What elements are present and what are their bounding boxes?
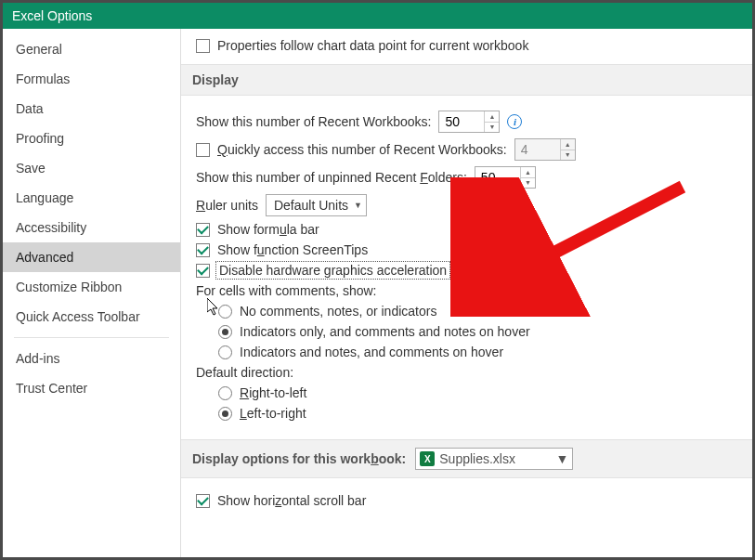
workbook-display-header-label: Display options for this workbook: [192, 451, 406, 466]
horizontal-scroll-checkbox[interactable] [196, 494, 210, 508]
recent-folders-spinbox[interactable]: ▲ ▼ [475, 166, 536, 189]
recent-folders-label: Show this number of unpinned Recent Fold… [196, 170, 467, 185]
titlebar: Excel Options [3, 3, 752, 29]
chevron-down-icon: ▼ [555, 451, 568, 466]
ruler-units-value: Default Units [274, 198, 348, 213]
quick-access-input [515, 139, 560, 160]
recent-workbooks-label: Show this number of Recent Workbooks: [196, 114, 431, 129]
partial-top-row: Properties follow chart data point for c… [181, 29, 752, 64]
sidebar: General Formulas Data Proofing Save Lang… [3, 29, 181, 557]
show-screentips-label: Show function ScreenTips [217, 242, 368, 257]
spin-up-icon[interactable]: ▲ [521, 167, 535, 178]
direction-radio-rtl[interactable] [218, 386, 232, 400]
quick-access-label: Quickly access this number of Recent Wor… [217, 142, 507, 157]
recent-folders-input[interactable] [475, 167, 520, 188]
comments-radio-indicators-notes-label: Indicators and notes, and comments on ho… [240, 345, 503, 359]
sidebar-item-general[interactable]: General [3, 34, 180, 64]
workbook-display-section-header: Display options for this workbook: X Sup… [181, 439, 752, 478]
quick-access-checkbox[interactable] [196, 143, 210, 157]
excel-file-icon: X [420, 451, 435, 466]
props-follow-chart-checkbox[interactable] [196, 39, 210, 53]
show-formula-bar-checkbox[interactable] [196, 223, 210, 237]
workbook-name: Supplies.xlsx [439, 451, 515, 466]
comments-radio-indicators-notes[interactable] [218, 345, 232, 359]
chevron-down-icon: ▼ [354, 201, 362, 210]
horizontal-scroll-label: Show horizontal scroll bar [217, 493, 366, 508]
disable-hw-accel-checkbox[interactable] [196, 264, 210, 278]
ruler-label: Ruler units [196, 198, 258, 213]
comments-radio-none[interactable] [218, 305, 232, 319]
window-title: Excel Options [12, 8, 92, 23]
info-icon[interactable]: i [507, 114, 522, 129]
display-section-header: Display [181, 64, 752, 96]
direction-radio-ltr-label: Left-to-right [240, 406, 306, 421]
show-screentips-checkbox[interactable] [196, 243, 210, 257]
spin-buttons: ▲ ▼ [560, 139, 575, 160]
sidebar-item-advanced[interactable]: Advanced [3, 242, 180, 272]
comments-header-label: For cells with comments, show: [196, 283, 377, 298]
options-window: Excel Options General Formulas Data Proo… [0, 0, 755, 560]
workbook-select[interactable]: X Supplies.xlsx ▼ [415, 448, 573, 470]
content-pane: Properties follow chart data point for c… [181, 29, 752, 557]
spin-buttons: ▲ ▼ [520, 167, 535, 188]
sidebar-item-accessibility[interactable]: Accessibility [3, 213, 180, 242]
direction-radio-rtl-label: Right-to-left [240, 385, 306, 400]
recent-workbooks-spinbox[interactable]: ▲ ▼ [438, 111, 500, 133]
ruler-units-select[interactable]: Default Units ▼ [266, 194, 367, 216]
quick-access-spinbox: ▲ ▼ [514, 138, 576, 161]
window-body: General Formulas Data Proofing Save Lang… [3, 29, 752, 557]
comments-radio-indicators-only-label: Indicators only, and comments and notes … [240, 324, 530, 339]
direction-radio-ltr[interactable] [218, 407, 232, 421]
sidebar-item-save[interactable]: Save [3, 153, 180, 183]
sidebar-item-add-ins[interactable]: Add-ins [3, 344, 180, 373]
sidebar-item-customize-ribbon[interactable]: Customize Ribbon [3, 272, 180, 302]
workbook-display-section-body: Show horizontal scroll bar [181, 478, 752, 527]
direction-header-label: Default direction: [196, 365, 293, 380]
sidebar-separator [14, 337, 169, 338]
sidebar-item-proofing[interactable]: Proofing [3, 124, 180, 153]
spin-buttons: ▲ ▼ [484, 111, 499, 132]
sidebar-item-formulas[interactable]: Formulas [3, 64, 180, 94]
spin-up-icon: ▲ [561, 139, 575, 150]
show-formula-bar-label: Show formula bar [217, 222, 319, 237]
comments-radio-indicators-only[interactable] [218, 325, 232, 339]
sidebar-item-quick-access-toolbar[interactable]: Quick Access Toolbar [3, 302, 180, 332]
disable-hw-accel-label: Disable hardware graphics acceleration [217, 263, 449, 278]
props-follow-chart-label: Properties follow chart data point for c… [217, 38, 528, 53]
sidebar-item-language[interactable]: Language [3, 183, 180, 213]
recent-workbooks-input[interactable] [439, 111, 484, 132]
display-section-body: Show this number of Recent Workbooks: ▲ … [181, 96, 752, 439]
spin-down-icon[interactable]: ▼ [485, 123, 499, 133]
spin-up-icon[interactable]: ▲ [485, 111, 499, 123]
comments-radio-none-label: No comments, notes, or indicators [240, 304, 436, 319]
spin-down-icon: ▼ [561, 150, 575, 161]
sidebar-item-data[interactable]: Data [3, 94, 180, 124]
spin-down-icon[interactable]: ▼ [521, 178, 535, 189]
sidebar-item-trust-center[interactable]: Trust Center [3, 373, 180, 403]
